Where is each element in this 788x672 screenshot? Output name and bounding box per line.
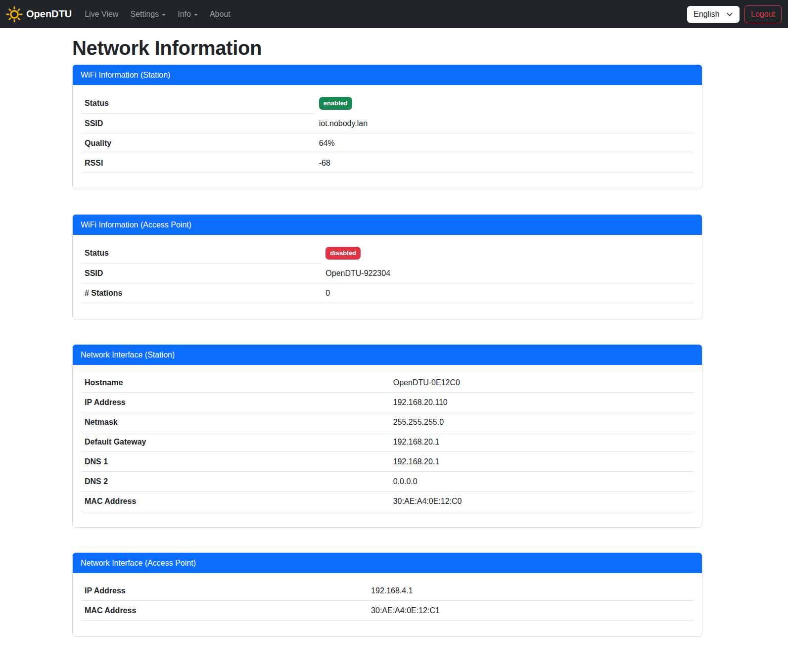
nav-item-live-view[interactable]: Live View	[81, 6, 122, 23]
info-row-label: DNS 2	[81, 472, 389, 492]
card-body: Hostname OpenDTU-0E12C0 IP Address 192.1…	[73, 365, 702, 527]
language-select-value: English	[694, 10, 719, 19]
info-row-label: # Stations	[81, 283, 322, 303]
info-row-value: 192.168.20.110	[393, 397, 448, 408]
dropdown-caret-icon	[194, 14, 198, 16]
nav-item-settings[interactable]: Settings	[126, 6, 170, 23]
nav-item-info[interactable]: Info	[174, 6, 202, 23]
info-row-value: 30:AE:A4:0E:12:C0	[393, 495, 462, 507]
nav-item-label: Info	[178, 10, 191, 19]
language-select[interactable]: English	[687, 6, 740, 23]
info-row-label: IP Address	[81, 581, 367, 601]
card-body: Status enabled SSID iot.nobody.lan Quali…	[73, 85, 702, 189]
info-row-label: DNS 1	[81, 452, 389, 472]
card-header-title: WiFi Information (Station)	[73, 65, 702, 85]
info-row-label: RSSI	[81, 153, 315, 173]
info-row-label: IP Address	[81, 393, 389, 412]
info-row: Default Gateway 192.168.20.1	[81, 432, 694, 452]
info-row: SSID OpenDTU-922304	[81, 264, 694, 283]
card-network-interface-station: Network Interface (Station) Hostname Ope…	[72, 344, 702, 528]
info-row: IP Address 192.168.4.1	[81, 581, 694, 601]
info-row-label: SSID	[81, 264, 322, 283]
info-row-label: Default Gateway	[81, 432, 389, 452]
info-row: DNS 1 192.168.20.1	[81, 452, 694, 472]
info-row: Hostname OpenDTU-0E12C0	[81, 373, 694, 393]
info-row-value: 192.168.20.1	[393, 456, 439, 467]
info-row-label: Hostname	[81, 373, 389, 393]
info-table: Status disabled SSID OpenDTU-922304 # St…	[81, 243, 694, 303]
info-row-value: iot.nobody.lan	[319, 118, 368, 129]
info-row: Netmask 255.255.255.0	[81, 412, 694, 432]
info-row-value: 0	[325, 287, 330, 299]
logout-button[interactable]: Logout	[744, 5, 782, 23]
info-row-value: 64%	[319, 137, 335, 149]
card-body: IP Address 192.168.4.1 MAC Address 30:AE…	[73, 573, 702, 636]
info-row-value: 0.0.0.0	[393, 476, 417, 487]
info-row: Quality 64%	[81, 134, 694, 153]
info-row: # Stations 0	[81, 283, 694, 303]
info-row: DNS 2 0.0.0.0	[81, 472, 694, 492]
card-header-title: Network Interface (Station)	[73, 345, 702, 365]
info-row: MAC Address 30:AE:A4:0E:12:C0	[81, 492, 694, 511]
info-row: Status enabled	[81, 93, 694, 114]
info-row: MAC Address 30:AE:A4:0E:12:C1	[81, 601, 694, 621]
info-table: IP Address 192.168.4.1 MAC Address 30:AE…	[81, 581, 694, 621]
nav-item-label: Live View	[85, 10, 118, 19]
brand-link[interactable]: OpenDTU	[6, 6, 72, 23]
info-row: Status disabled	[81, 243, 694, 264]
info-row-label: MAC Address	[81, 601, 367, 621]
info-table: Hostname OpenDTU-0E12C0 IP Address 192.1…	[81, 373, 694, 511]
info-row-value: 192.168.20.1	[393, 436, 439, 448]
page-title: Network Information	[72, 36, 702, 60]
info-row-label: Status	[81, 243, 322, 264]
main-content: Network Information WiFi Information (St…	[72, 36, 702, 637]
info-row-label: MAC Address	[81, 492, 389, 511]
info-row-label: Netmask	[81, 412, 389, 432]
info-row-label: SSID	[81, 114, 315, 134]
info-row-value: OpenDTU-922304	[325, 268, 390, 279]
card-header-title: WiFi Information (Access Point)	[73, 215, 702, 235]
nav-item-about[interactable]: About	[206, 6, 234, 23]
nav-item-label: Settings	[130, 10, 159, 19]
nav-item-label: About	[210, 10, 231, 19]
info-row-value: 192.168.4.1	[371, 585, 413, 596]
card-wifi-information-access-point: WiFi Information (Access Point) Status d…	[72, 214, 702, 319]
info-row: IP Address 192.168.20.110	[81, 393, 694, 412]
info-row-value: -68	[319, 157, 330, 169]
chevron-down-icon	[726, 11, 733, 18]
nav-links: Live View Settings Info About	[79, 6, 236, 23]
card-network-interface-access-point: Network Interface (Access Point) IP Addr…	[72, 552, 702, 637]
status-badge: enabled	[319, 97, 352, 110]
card-body: Status disabled SSID OpenDTU-922304 # St…	[73, 235, 702, 319]
navbar-right: English Logout	[687, 5, 782, 23]
info-row-label: Status	[81, 93, 315, 114]
info-row-value: 255.255.255.0	[393, 416, 444, 428]
info-row-value: 30:AE:A4:0E:12:C1	[371, 605, 440, 616]
dropdown-caret-icon	[162, 14, 166, 16]
info-row-label: Quality	[81, 134, 315, 153]
brand-label: OpenDTU	[26, 8, 72, 20]
status-badge: disabled	[325, 247, 361, 260]
info-row: SSID iot.nobody.lan	[81, 114, 694, 134]
cards-container: WiFi Information (Station) Status enable…	[72, 64, 702, 637]
info-row-value: OpenDTU-0E12C0	[393, 377, 460, 388]
info-table: Status enabled SSID iot.nobody.lan Quali…	[81, 93, 694, 173]
info-row: RSSI -68	[81, 153, 694, 173]
card-header-title: Network Interface (Access Point)	[73, 553, 702, 573]
sun-logo-icon	[6, 6, 23, 23]
card-wifi-information-station: WiFi Information (Station) Status enable…	[72, 64, 702, 189]
top-navbar: OpenDTU Live View Settings Info About En…	[0, 0, 788, 28]
